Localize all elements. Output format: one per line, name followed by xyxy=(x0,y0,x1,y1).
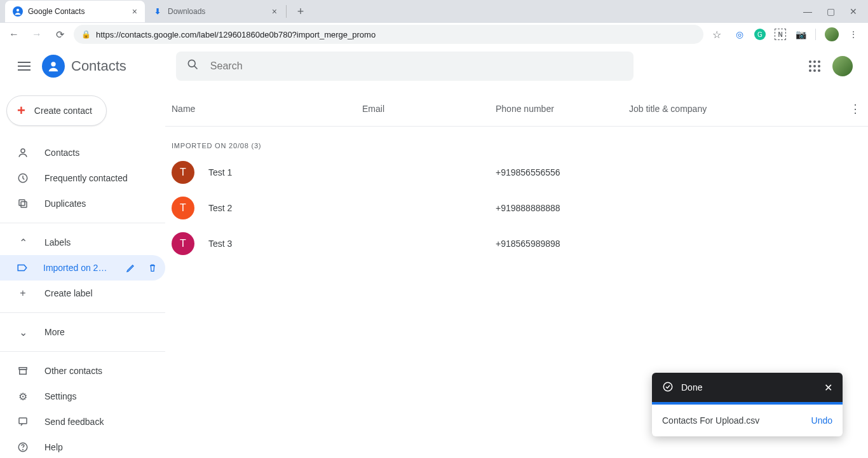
toast-header: Done ✕ xyxy=(652,373,843,402)
nav-feedback[interactable]: Send feedback xyxy=(0,409,165,434)
new-tab-button[interactable]: + xyxy=(292,3,309,20)
table-menu-icon[interactable]: ⋮ xyxy=(843,102,868,116)
browser-chrome: Google Contacts × ⬇ Downloads × + — ▢ ✕ … xyxy=(0,0,868,46)
toast-status: Done xyxy=(681,382,702,392)
google-apps-icon[interactable] xyxy=(808,60,821,73)
nav-duplicates[interactable]: Duplicates xyxy=(0,191,165,216)
col-job: Job title & company xyxy=(629,104,843,114)
divider xyxy=(0,351,165,352)
nav-label: Duplicates xyxy=(44,198,86,209)
col-email: Email xyxy=(362,104,496,114)
nav-help[interactable]: Help xyxy=(0,434,165,458)
toast-body: Contacts For Upload.csv Undo xyxy=(652,405,843,436)
create-contact-label: Create contact xyxy=(34,106,92,116)
forward-button[interactable]: → xyxy=(28,25,46,43)
lock-icon: 🔒 xyxy=(81,30,91,39)
tab-title: Downloads xyxy=(168,7,205,16)
ext-icon-1[interactable]: ◎ xyxy=(734,29,745,40)
tab-downloads[interactable]: ⬇ Downloads × xyxy=(145,1,285,22)
archive-icon xyxy=(17,365,29,377)
maximize-button[interactable]: ▢ xyxy=(825,6,836,17)
tab-separator xyxy=(286,5,287,18)
delete-label-icon[interactable] xyxy=(145,260,160,275)
contact-name: Test 2 xyxy=(208,203,362,213)
nav-label: Contacts xyxy=(44,148,79,158)
sidebar: + Create contact Contacts Frequently con… xyxy=(0,87,165,458)
app-logo[interactable]: Contacts xyxy=(42,55,126,78)
favicon-download-icon: ⬇ xyxy=(153,6,163,17)
chevron-down-icon: ⌄ xyxy=(17,326,29,338)
nav-label-imported[interactable]: Imported on 20/08 xyxy=(0,255,165,281)
chrome-menu-icon[interactable]: ⋮ xyxy=(848,29,859,40)
label-icon xyxy=(17,262,28,274)
labels-header-text: Labels xyxy=(44,237,71,247)
nav-label: Other contacts xyxy=(44,366,102,376)
back-button[interactable]: ← xyxy=(5,25,23,43)
ext-camera-icon[interactable]: 📷 xyxy=(795,29,806,40)
create-contact-button[interactable]: + Create contact xyxy=(6,95,107,126)
nav-more[interactable]: ⌄ More xyxy=(0,319,165,345)
tab-strip: Google Contacts × ⬇ Downloads × + — ▢ ✕ xyxy=(0,0,868,23)
gear-icon: ⚙ xyxy=(17,391,29,403)
contact-row[interactable]: T Test 1 +919856556556 xyxy=(165,155,868,190)
contact-avatar: T xyxy=(172,197,194,219)
ext-icon-3[interactable]: N xyxy=(775,29,786,40)
plus-icon: + xyxy=(17,288,29,299)
svg-point-11 xyxy=(809,65,811,67)
main-menu-button[interactable] xyxy=(10,52,38,80)
svg-point-14 xyxy=(809,69,811,72)
svg-point-16 xyxy=(818,69,820,72)
svg-point-17 xyxy=(21,149,25,153)
chrome-profile-avatar[interactable] xyxy=(825,27,839,41)
divider xyxy=(0,223,165,223)
svg-rect-19 xyxy=(21,202,27,207)
account-avatar[interactable] xyxy=(832,56,853,76)
address-bar[interactable]: 🔒 https://contacts.google.com/label/1296… xyxy=(74,25,703,44)
tab-close-icon[interactable]: × xyxy=(132,6,137,17)
side-nav: Contacts Frequently contacted Duplicates… xyxy=(0,140,165,458)
clock-icon xyxy=(17,172,29,184)
nav-labels-header[interactable]: ⌃ Labels xyxy=(0,230,165,255)
favicon-contacts-icon xyxy=(13,6,23,17)
app-title: Contacts xyxy=(71,58,126,74)
content: + Create contact Contacts Frequently con… xyxy=(0,87,868,458)
svg-rect-22 xyxy=(20,370,27,375)
search-input[interactable] xyxy=(210,60,623,72)
copy-icon xyxy=(17,198,29,209)
search-icon xyxy=(186,58,199,74)
help-icon xyxy=(17,441,29,453)
nav-frequent[interactable]: Frequently contacted xyxy=(0,165,165,191)
star-icon[interactable]: ☆ xyxy=(712,29,721,41)
svg-point-9 xyxy=(813,60,816,63)
chevron-up-icon: ⌃ xyxy=(17,237,29,249)
nav-create-label[interactable]: + Create label xyxy=(0,281,165,306)
contact-name: Test 3 xyxy=(208,239,362,249)
minimize-button[interactable]: — xyxy=(802,6,813,17)
svg-point-12 xyxy=(813,65,816,67)
tab-close-icon[interactable]: × xyxy=(272,6,277,17)
label-actions xyxy=(123,260,160,275)
undo-button[interactable]: Undo xyxy=(811,415,832,426)
contact-row[interactable]: T Test 2 +919888888888 xyxy=(165,190,868,226)
contact-phone: +919888888888 xyxy=(496,203,629,213)
svg-rect-20 xyxy=(19,200,25,205)
edit-label-icon[interactable] xyxy=(123,260,139,275)
nav-contacts[interactable]: Contacts xyxy=(0,140,165,165)
nav-label: Settings xyxy=(44,391,77,401)
contact-row[interactable]: T Test 3 +918565989898 xyxy=(165,226,868,261)
reload-button[interactable]: ⟳ xyxy=(51,25,69,43)
nav-settings[interactable]: ⚙ Settings xyxy=(0,384,165,409)
contact-phone: +918565989898 xyxy=(496,239,629,249)
close-window-button[interactable]: ✕ xyxy=(848,6,859,17)
main-panel: Name Email Phone number Job title & comp… xyxy=(165,87,868,458)
nav-other-contacts[interactable]: Other contacts xyxy=(0,358,165,384)
ext-grammarly-icon[interactable]: G xyxy=(754,29,766,40)
contact-name: Test 1 xyxy=(208,167,362,177)
svg-line-7 xyxy=(194,66,198,69)
toast-close-icon[interactable]: ✕ xyxy=(824,382,832,394)
nav-label: Send feedback xyxy=(44,417,104,427)
search-bar[interactable] xyxy=(176,52,634,81)
tab-google-contacts[interactable]: Google Contacts × xyxy=(5,1,145,22)
plus-icon: + xyxy=(17,102,25,119)
svg-point-8 xyxy=(809,60,811,63)
